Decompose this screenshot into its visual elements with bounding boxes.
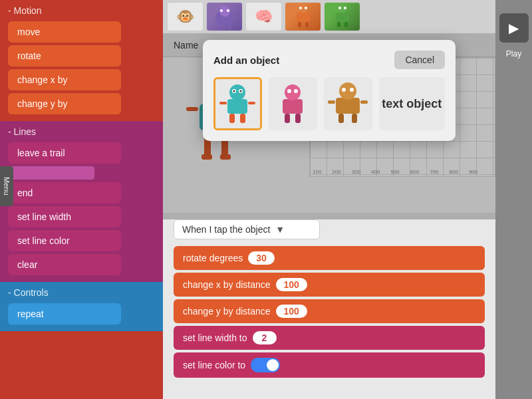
rotate-degrees-block[interactable]: rotate degrees 30 (174, 246, 485, 270)
svg-rect-37 (240, 114, 245, 123)
change-x-value[interactable]: 100 (276, 278, 307, 291)
modal-sprite-orange[interactable] (324, 77, 372, 130)
trigger-label: When I tap the object (182, 224, 270, 235)
play-panel: ▶ Play (495, 0, 532, 399)
repeat-button[interactable]: repeat (8, 303, 121, 325)
controls-section: - Controls repeat (0, 282, 163, 331)
svg-point-49 (350, 88, 354, 92)
change-y-label: change y by distance (183, 306, 271, 317)
move-button[interactable]: move (8, 21, 121, 43)
play-label: Play (506, 49, 521, 59)
sprite-elephant[interactable] (206, 2, 243, 31)
set-line-color-block[interactable]: set line color to (174, 352, 485, 378)
svg-rect-36 (229, 114, 235, 123)
trigger-arrow-icon: ▼ (275, 224, 285, 235)
clear-button[interactable]: clear (8, 254, 121, 275)
text-object-label: text object (382, 97, 442, 111)
add-object-modal: Add an object Cancel (203, 40, 456, 141)
svg-rect-15 (344, 22, 348, 27)
modal-sprite-list: text object (213, 77, 445, 130)
leave-trail-color-picker[interactable] (8, 166, 94, 180)
set-line-color-button[interactable]: set line color (8, 230, 121, 251)
svg-point-42 (287, 89, 291, 93)
menu-tab[interactable]: Menu (0, 166, 13, 206)
modal-title: Add an object (213, 55, 279, 66)
modal-text-object[interactable]: text object (379, 77, 445, 130)
set-line-width-button[interactable]: set line width (8, 206, 121, 227)
svg-rect-44 (285, 114, 290, 123)
svg-rect-51 (352, 114, 357, 123)
svg-point-11 (305, 7, 307, 9)
svg-point-31 (229, 84, 245, 100)
svg-rect-8 (298, 22, 301, 27)
lines-section: - Lines leave a trail end set line width… (0, 121, 163, 282)
leave-trail-area: leave a trail (8, 142, 155, 180)
code-area: When I tap the object ▼ rotate degrees 3… (163, 213, 495, 399)
modal-sprite-pink[interactable] (269, 77, 317, 130)
motion-section: - Motion move rotate change x by change … (0, 0, 163, 121)
svg-rect-9 (305, 22, 309, 27)
set-line-width-label: set line width to (183, 332, 247, 343)
svg-point-47 (339, 82, 356, 100)
svg-rect-14 (337, 22, 340, 27)
controls-label: - Controls (0, 282, 163, 301)
line-color-toggle[interactable] (251, 358, 280, 372)
end-button[interactable]: end (8, 182, 121, 203)
rotate-degrees-label: rotate degrees (183, 253, 243, 263)
set-line-color-label: set line color to (183, 360, 245, 370)
svg-rect-3 (228, 25, 231, 30)
svg-rect-45 (295, 114, 301, 123)
svg-rect-52 (328, 100, 335, 104)
svg-rect-30 (227, 99, 247, 114)
change-x-block[interactable]: change x by distance 100 (174, 273, 485, 297)
change-y-value[interactable]: 100 (276, 305, 307, 318)
svg-point-41 (285, 84, 301, 100)
modal-header: Add an object Cancel (213, 51, 445, 69)
svg-point-16 (338, 7, 341, 9)
sprite-brain[interactable]: 🧠 (245, 2, 282, 31)
svg-rect-38 (219, 102, 227, 104)
rotate-degrees-value[interactable]: 30 (248, 251, 275, 265)
svg-rect-40 (283, 99, 303, 114)
svg-point-35 (240, 90, 242, 92)
svg-point-10 (299, 7, 302, 9)
svg-point-17 (344, 7, 346, 9)
svg-rect-12 (336, 13, 349, 22)
leave-trail-button[interactable]: leave a trail (8, 142, 121, 164)
modal-sprite-teal[interactable] (213, 77, 262, 130)
change-y-block[interactable]: change y by distance 100 (174, 299, 485, 323)
change-x-button[interactable]: change x by (8, 69, 121, 90)
play-button[interactable]: ▶ (499, 13, 529, 43)
svg-rect-46 (336, 98, 360, 114)
modal-cancel-button[interactable]: Cancel (394, 51, 445, 69)
sprite-bar: 🐵 🧠 + (163, 0, 532, 33)
svg-point-43 (294, 89, 298, 93)
svg-rect-39 (248, 102, 255, 104)
svg-rect-50 (338, 114, 344, 123)
change-x-label: change x by distance (183, 279, 271, 290)
sprite-robot-orange[interactable] (285, 2, 321, 31)
svg-point-34 (233, 90, 235, 92)
sprite-robot-green[interactable] (324, 2, 360, 31)
svg-rect-6 (297, 13, 310, 22)
trigger-dropdown[interactable]: When I tap the object ▼ (174, 219, 320, 239)
lines-label: - Lines (0, 121, 163, 140)
rotate-button[interactable]: rotate (8, 45, 121, 66)
svg-point-5 (227, 9, 229, 12)
modal-overlay: Add an object Cancel (163, 33, 495, 219)
change-y-button[interactable]: change y by (8, 93, 121, 114)
svg-rect-53 (360, 100, 368, 104)
sprite-monkey[interactable]: 🐵 (167, 2, 203, 31)
sidebar: - Motion move rotate change x by change … (0, 0, 163, 399)
svg-point-4 (220, 9, 223, 12)
set-line-width-block[interactable]: set line width to 2 (174, 326, 485, 350)
set-line-width-value[interactable]: 2 (253, 331, 277, 344)
motion-label: - Motion (0, 0, 163, 19)
svg-point-48 (342, 88, 346, 92)
svg-rect-2 (218, 25, 221, 30)
